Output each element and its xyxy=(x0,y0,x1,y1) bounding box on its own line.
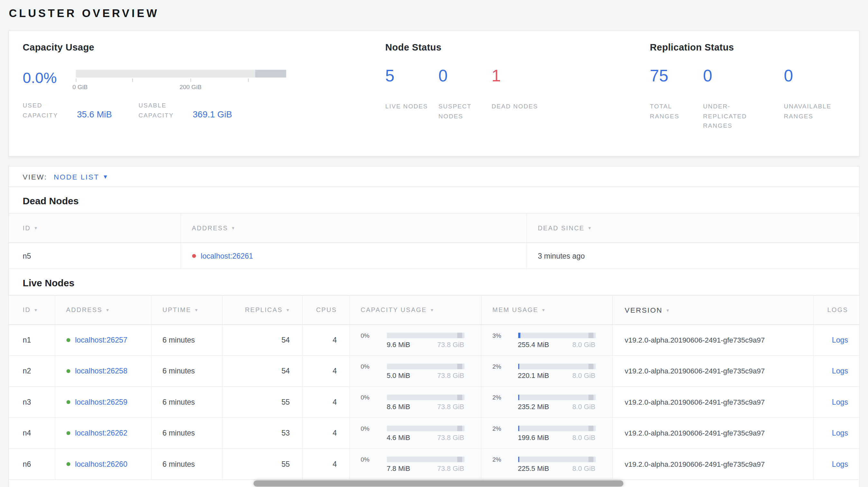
node-address-link[interactable]: localhost:26259 xyxy=(75,398,127,406)
logs-link[interactable]: Logs xyxy=(832,398,848,406)
node-mem-usage-cell: 2% 235.2 MiB8.0 GiB xyxy=(481,387,612,418)
mem-mini-bar xyxy=(518,363,595,369)
bar-segment xyxy=(457,363,462,369)
live-col-address[interactable]: ADDRESS▾ xyxy=(55,295,151,325)
live-col-uptime[interactable]: UPTIME▾ xyxy=(151,295,222,325)
sort-down-icon: ▾ xyxy=(232,225,235,231)
logs-link[interactable]: Logs xyxy=(832,336,848,344)
node-replicas: 55 xyxy=(222,387,302,418)
nodes-panel: VIEW: NODE LIST ▾ Dead Nodes ID▾ ADDRESS… xyxy=(8,166,860,487)
axis-tick xyxy=(248,78,249,82)
view-label: VIEW: xyxy=(23,172,47,181)
live-node-row: n6 localhost:26260 6 minutes 55 4 0% 7.8… xyxy=(9,449,860,480)
dead-nodes-stat: 1 DEAD NODES xyxy=(492,68,545,121)
horizontal-scrollbar[interactable] xyxy=(253,481,623,487)
node-address-cell: localhost:26258 xyxy=(55,356,151,387)
node-address-link[interactable]: localhost:26257 xyxy=(75,336,127,344)
live-nodes-stat: 5 LIVE NODES xyxy=(385,68,438,121)
node-uptime: 6 minutes xyxy=(151,418,222,448)
dead-nodes-table: ID▾ ADDRESS▾ DEAD SINCE▾ n5 localhost:26… xyxy=(9,213,860,269)
logs-link[interactable]: Logs xyxy=(832,460,848,468)
node-logs-cell: Logs xyxy=(813,356,860,387)
logs-link[interactable]: Logs xyxy=(832,367,848,376)
view-dropdown[interactable]: NODE LIST ▾ xyxy=(54,172,107,181)
live-node-row: n1 localhost:26257 6 minutes 54 4 0% 9.6… xyxy=(9,325,860,355)
mem-total: 8.0 GiB xyxy=(572,371,595,379)
node-replicas: 54 xyxy=(222,356,302,387)
live-nodes-header-row: ID▾ ADDRESS▾ UPTIME▾ REPLICAS▾ CPUS CAPA… xyxy=(9,295,860,325)
mem-mini-bar xyxy=(518,456,595,462)
capacity-mini-bar xyxy=(387,363,464,369)
under-replicated-ranges-label: UNDER-REPLICATED RANGES xyxy=(703,102,761,131)
node-id: n2 xyxy=(9,356,55,387)
dead-node-address-link[interactable]: localhost:26261 xyxy=(201,252,253,260)
mem-used: 255.4 MiB xyxy=(518,340,549,348)
node-uptime: 6 minutes xyxy=(151,449,222,480)
capacity-total: 73.8 GiB xyxy=(437,371,464,379)
view-selector-bar: VIEW: NODE LIST ▾ xyxy=(9,167,859,187)
mem-total: 8.0 GiB xyxy=(572,340,595,348)
under-replicated-ranges-count: 0 xyxy=(703,68,784,102)
live-col-logs: LOGS xyxy=(813,295,860,325)
live-col-capacity-usage[interactable]: CAPACITY USAGE▾ xyxy=(349,295,481,325)
live-col-version[interactable]: VERSION▾ xyxy=(612,295,813,325)
node-version: v19.2.0-alpha.20190606-2491-gfe735c9a97 xyxy=(612,449,813,480)
live-col-replicas-label: REPLICAS xyxy=(245,306,282,313)
sort-down-icon: ▾ xyxy=(542,307,545,313)
axis-label-200: 200 GiB xyxy=(180,84,202,90)
live-col-version-label: VERSION xyxy=(625,306,663,314)
capacity-usage-title: Capacity Usage xyxy=(23,42,385,53)
mem-percent: 2% xyxy=(493,394,501,400)
node-logs-cell: Logs xyxy=(813,418,860,448)
capacity-mini-bar xyxy=(387,425,464,431)
sort-down-icon: ▾ xyxy=(106,307,110,313)
dead-col-id[interactable]: ID▾ xyxy=(9,213,181,242)
mem-percent: 2% xyxy=(493,425,501,432)
node-capacity-usage-cell: 0% 4.6 MiB73.8 GiB xyxy=(349,418,481,448)
live-col-mem-usage[interactable]: MEM USAGE▾ xyxy=(481,295,612,325)
node-address-link[interactable]: localhost:26262 xyxy=(75,429,127,437)
dead-col-address[interactable]: ADDRESS▾ xyxy=(181,213,526,242)
live-col-id[interactable]: ID▾ xyxy=(9,295,55,325)
live-status-dot-icon xyxy=(66,400,70,404)
node-address-link[interactable]: localhost:26260 xyxy=(75,460,127,468)
capacity-used-percent: 0.0% xyxy=(23,70,76,86)
capacity-percent: 0% xyxy=(361,332,369,339)
live-col-replicas[interactable]: REPLICAS▾ xyxy=(222,295,302,325)
suspect-nodes-stat: 0 SUSPECT NODES xyxy=(438,68,492,121)
mem-total: 8.0 GiB xyxy=(572,465,595,473)
dead-nodes-count: 1 xyxy=(492,68,545,102)
capacity-axis: 0 GiB 200 GiB xyxy=(76,77,286,92)
bar-segment xyxy=(588,456,593,462)
node-uptime: 6 minutes xyxy=(151,325,222,355)
bar-segment xyxy=(457,332,462,338)
capacity-total: 73.8 GiB xyxy=(437,465,464,473)
capacity-used: 9.6 MiB xyxy=(387,340,410,348)
node-status-title: Node Status xyxy=(385,42,650,53)
node-id: n1 xyxy=(9,325,55,355)
dead-col-dead-since[interactable]: DEAD SINCE▾ xyxy=(526,213,860,242)
bar-segment xyxy=(457,425,462,431)
node-replicas: 55 xyxy=(222,449,302,480)
live-nodes-count: 5 xyxy=(385,68,438,102)
bar-segment xyxy=(457,394,462,400)
capacity-usage-section: Capacity Usage 0.0% 0 GiB 200 GiB xyxy=(23,42,385,156)
live-status-dot-icon xyxy=(66,338,70,342)
capacity-bar-segment xyxy=(255,70,286,77)
node-mem-usage-cell: 2% 225.5 MiB8.0 GiB xyxy=(481,449,612,480)
node-cpus: 4 xyxy=(302,325,349,355)
logs-link[interactable]: Logs xyxy=(832,429,848,437)
node-mem-usage-cell: 3% 255.4 MiB8.0 GiB xyxy=(481,325,612,355)
capacity-used: 8.6 MiB xyxy=(387,403,410,411)
cluster-summary-card: Capacity Usage 0.0% 0 GiB 200 GiB xyxy=(8,31,860,157)
dead-col-id-label: ID xyxy=(23,225,31,232)
dead-col-dead-since-label: DEAD SINCE xyxy=(538,225,585,232)
capacity-total: 73.8 GiB xyxy=(437,403,464,411)
total-ranges-stat: 75 TOTAL RANGES xyxy=(650,68,703,131)
node-replicas: 53 xyxy=(222,418,302,448)
node-address-link[interactable]: localhost:26258 xyxy=(75,367,127,376)
node-mem-usage-cell: 2% 199.6 MiB8.0 GiB xyxy=(481,418,612,448)
capacity-percent: 0% xyxy=(361,394,369,400)
mem-used: 225.5 MiB xyxy=(518,465,549,473)
capacity-used: 5.0 MiB xyxy=(387,371,410,379)
